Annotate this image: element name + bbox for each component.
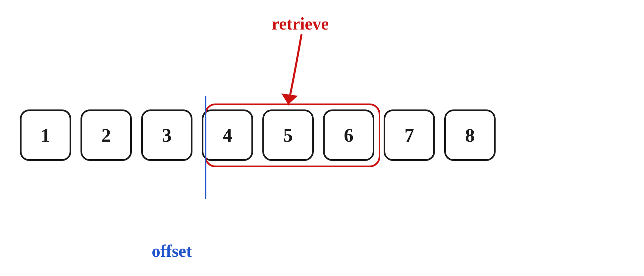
box-5: 5	[262, 109, 314, 161]
box-1: 1	[20, 109, 71, 161]
box-7: 7	[384, 109, 435, 161]
box-6: 6	[323, 109, 374, 161]
box-4: 4	[202, 109, 253, 161]
diagram-container: 1 2 3 4 5 6 7 8 offset retrieve	[0, 0, 644, 276]
offset-line	[205, 96, 206, 199]
box-3: 3	[141, 109, 192, 161]
retrieve-label: retrieve	[272, 14, 329, 34]
offset-label: offset	[152, 241, 192, 261]
box-2: 2	[80, 109, 132, 161]
boxes-row: 1 2 3 4 5 6 7 8	[20, 109, 496, 161]
box-8: 8	[444, 109, 496, 161]
svg-marker-0	[280, 94, 298, 106]
